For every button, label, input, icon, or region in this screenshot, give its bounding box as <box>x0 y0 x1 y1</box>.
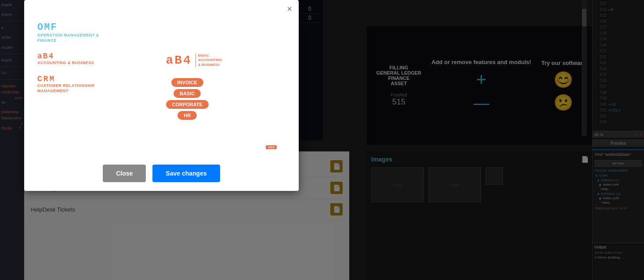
pill-hr: HR <box>177 111 197 120</box>
logo-right-column: aB4 ENIAC ACCOUNTING & BUSINESS INVOICE … <box>166 22 286 151</box>
pill-container: INVOICE BASIC CORPORATE HR <box>166 78 209 120</box>
logo-left-column: OMF OPERATION MANAGEMENT &FINANCE aB4 AC… <box>37 22 157 151</box>
ab4-left-full-name: ACCOUNTING & BUSINESS <box>37 61 157 66</box>
close-button[interactable]: Close <box>103 165 146 182</box>
modal-header: × <box>24 0 299 18</box>
ab4-left-abbreviation: aB4 <box>37 52 157 61</box>
crm-full-name: CUSTOMER RELATIONSHIPMANAGEMENT <box>37 83 157 93</box>
crm-logo: CRM CUSTOMER RELATIONSHIPMANAGEMENT <box>37 75 157 93</box>
omf-full-name: OPERATION MANAGEMENT &FINANCE <box>37 33 157 43</box>
omf-logo: OMF OPERATION MANAGEMENT &FINANCE <box>37 22 157 43</box>
modal-footer: Close Save changes <box>24 156 299 191</box>
modal-dialog: × OMF OPERATION MANAGEMENT &FINANCE aB4 … <box>24 0 299 191</box>
save-changes-button[interactable]: Save changes <box>152 165 220 182</box>
logo-grid: OMF OPERATION MANAGEMENT &FINANCE aB4 AC… <box>37 22 286 151</box>
ab4-mini-badge: MINI <box>266 145 277 149</box>
ab4-right-logo: aB4 ENIAC ACCOUNTING & BUSINESS <box>166 54 222 67</box>
omf-abbreviation: OMF <box>37 22 157 33</box>
modal-body: OMF OPERATION MANAGEMENT &FINANCE aB4 AC… <box>24 18 299 156</box>
crm-abbreviation: CRM <box>37 75 157 83</box>
modal-close-button[interactable]: × <box>287 4 292 13</box>
pill-corporate: CORPORATE <box>166 100 209 109</box>
pill-invoice: INVOICE <box>171 78 203 87</box>
ab4-right-abbreviation: aB4 <box>166 54 192 67</box>
eniac-text: ENIAC ACCOUNTING & BUSINESS <box>195 54 222 67</box>
pill-basic: BASIC <box>174 89 201 98</box>
ab4-logo-left: aB4 ACCOUNTING & BUSINESS <box>37 52 157 66</box>
